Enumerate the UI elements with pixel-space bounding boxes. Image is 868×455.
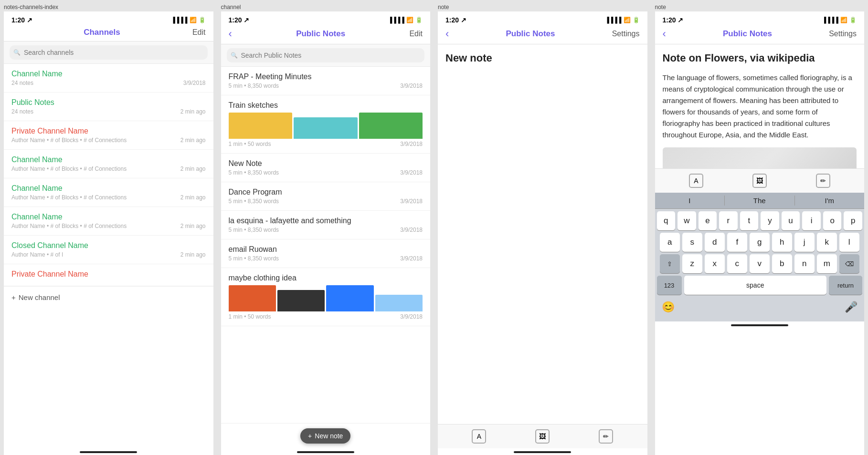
note-meta: 5 min • 8,350 words 3/9/2018 <box>229 169 423 176</box>
edit-icon[interactable]: ✏ <box>816 174 830 188</box>
note-list-item[interactable]: FRAP - Meeting Minutes 5 min • 8,350 wor… <box>221 67 431 95</box>
key-123[interactable]: 123 <box>657 276 682 295</box>
signal-icon: ▐▐▐▐ <box>171 17 187 23</box>
status-icons: ▐▐▐▐ 📶 🔋 <box>822 17 857 23</box>
key-o[interactable]: o <box>823 211 842 230</box>
key-backspace[interactable]: ⌫ <box>839 254 859 273</box>
channel-list-item[interactable]: Closed Channel Name Author Name • # of I… <box>4 236 213 264</box>
note-list-item[interactable]: la esquina - lafayette and something 5 m… <box>221 211 431 239</box>
status-bar: 1:20 ↗ ▐▐▐▐ 📶 🔋 <box>221 11 431 26</box>
note-title: maybe clothing idea <box>229 274 423 282</box>
key-c[interactable]: c <box>727 254 747 273</box>
key-t[interactable]: t <box>740 211 759 230</box>
keyboard-row-0: qwertyuiop <box>655 209 865 230</box>
key-x[interactable]: x <box>705 254 725 273</box>
channel-list-item[interactable]: Channel Name Author Name • # of Blocks •… <box>4 207 213 236</box>
search-input[interactable] <box>227 48 425 62</box>
key-g[interactable]: g <box>750 233 770 252</box>
search-bar <box>221 44 431 67</box>
key-y[interactable]: y <box>761 211 779 230</box>
key-a[interactable]: a <box>660 233 680 252</box>
note-list-item[interactable]: Dance Program 5 min • 8,350 words 3/9/20… <box>221 182 431 211</box>
image-icon[interactable]: 🖼 <box>535 429 550 444</box>
key-l[interactable]: l <box>839 233 859 252</box>
key-i[interactable]: i <box>802 211 821 230</box>
chart-bar <box>326 285 373 311</box>
channel-list-item[interactable]: Public Notes 24 notes 2 min ago <box>4 93 213 121</box>
note-list-item[interactable]: maybe clothing idea 1 min • 50 words 3/9… <box>221 268 431 326</box>
key-v[interactable]: v <box>750 254 770 273</box>
new-note-button[interactable]: + New note <box>300 428 350 444</box>
key-space[interactable]: space <box>684 276 827 295</box>
new-channel-label: New channel <box>19 293 60 301</box>
nav-action-button[interactable]: Edit <box>192 28 206 37</box>
suggestion-im[interactable]: I'm <box>795 196 865 206</box>
key-z[interactable]: z <box>682 254 702 273</box>
text-format-icon[interactable]: A <box>689 174 703 188</box>
key-q[interactable]: q <box>657 211 676 230</box>
chart-bar <box>294 117 358 139</box>
nav-action-button[interactable]: Settings <box>612 30 640 38</box>
note-list-item[interactable]: email Ruowan 5 min • 8,350 words 3/9/201… <box>221 239 431 268</box>
nav-title: Public Notes <box>296 29 345 39</box>
key-e[interactable]: e <box>699 211 717 230</box>
new-channel-button[interactable]: + New channel <box>4 286 213 308</box>
channel-meta: Author Name • # of Blocks • # of Connect… <box>11 194 206 201</box>
chart-bar <box>229 113 293 139</box>
channel-date: 2 min ago <box>180 165 206 172</box>
edit-icon[interactable]: ✏ <box>599 429 613 444</box>
keyboard-bottom-row: 😊 🎤 <box>655 295 865 319</box>
new-note-plus: + <box>308 432 312 440</box>
channel-list-item[interactable]: Channel Name 24 notes 3/9/2018 <box>4 64 213 93</box>
back-button[interactable]: ‹ <box>229 28 232 40</box>
back-button[interactable]: ‹ <box>445 28 449 40</box>
key-d[interactable]: d <box>705 233 725 252</box>
channel-list-item[interactable]: Private Channel Name Author Name • # of … <box>4 121 213 150</box>
phone-frame: 1:20 ↗ ▐▐▐▐ 📶 🔋 ‹ Public Notes Edit FRAP… <box>221 11 431 455</box>
keyboard-row-1: asdfghjkl <box>655 230 865 252</box>
key-u[interactable]: u <box>782 211 800 230</box>
key-j[interactable]: j <box>794 233 815 252</box>
text-format-icon[interactable]: A <box>472 429 486 444</box>
key-shift[interactable]: ⇧ <box>660 254 680 273</box>
nav-action-button[interactable]: Settings <box>829 30 857 38</box>
key-r[interactable]: r <box>719 211 738 230</box>
image-icon[interactable]: 🖼 <box>752 174 767 188</box>
channel-list-item[interactable]: Private Channel Name <box>4 264 213 286</box>
channel-list-item[interactable]: Channel Name Author Name • # of Blocks •… <box>4 178 213 207</box>
key-f[interactable]: f <box>727 233 747 252</box>
suggestion-i[interactable]: I <box>655 196 725 206</box>
emoji-key[interactable]: 😊 <box>660 299 677 316</box>
suggestion-the[interactable]: The <box>725 196 795 206</box>
note-list-item[interactable]: New Note 5 min • 8,350 words 3/9/2018 <box>221 154 431 182</box>
key-b[interactable]: b <box>772 254 792 273</box>
back-button[interactable]: ‹ <box>663 28 666 40</box>
mic-key[interactable]: 🎤 <box>842 299 859 316</box>
key-w[interactable]: w <box>677 211 696 230</box>
channel-list-item[interactable]: Channel Name Author Name • # of Blocks •… <box>4 150 213 178</box>
nav-action-button[interactable]: Edit <box>409 30 423 38</box>
key-k[interactable]: k <box>817 233 837 252</box>
search-bar <box>4 41 213 64</box>
key-m[interactable]: m <box>817 254 837 273</box>
keyboard-rows: qwertyuiopasdfghjkl⇧zxcvbnm⌫ 123 space r… <box>655 209 865 321</box>
key-n[interactable]: n <box>794 254 815 273</box>
channel-date: 2 min ago <box>180 223 206 229</box>
signal-icon: ▐▐▐▐ <box>388 17 404 23</box>
note-chart <box>229 285 423 311</box>
note-list-item[interactable]: Train sketches 1 min • 50 words 3/9/2018 <box>221 95 431 154</box>
note-stats: 1 min • 50 words <box>229 313 271 320</box>
chart-bar <box>375 295 423 311</box>
key-h[interactable]: h <box>772 233 792 252</box>
battery-icon: 🔋 <box>849 17 857 23</box>
search-input[interactable] <box>10 45 208 60</box>
keyboard-row-bottom: 123 space return <box>655 273 865 295</box>
note-title: New Note <box>229 159 423 168</box>
key-return[interactable]: return <box>829 276 862 295</box>
nav-bar: ‹ Public Notes Settings <box>438 26 647 44</box>
key-p[interactable]: p <box>844 211 862 230</box>
key-s[interactable]: s <box>682 233 702 252</box>
note-image <box>663 147 857 168</box>
status-icons: ▐▐▐▐ 📶 🔋 <box>388 17 423 23</box>
channel-date: 2 min ago <box>180 137 206 144</box>
